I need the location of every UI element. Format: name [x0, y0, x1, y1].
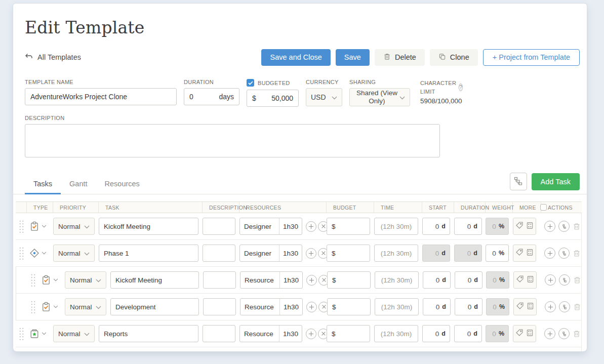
weight-input[interactable]: 0 %: [486, 271, 509, 289]
more-options[interactable]: [513, 325, 536, 342]
resource-select[interactable]: Designer: [240, 218, 279, 234]
duration-input[interactable]: 0 d: [454, 218, 482, 235]
tab-resources[interactable]: Resources: [96, 176, 148, 194]
task-description-input[interactable]: [208, 303, 231, 311]
delete-row-icon[interactable]: [573, 249, 581, 258]
start-input[interactable]: 0 d: [422, 325, 450, 342]
add-task-button[interactable]: Add Task: [532, 173, 580, 190]
time-input[interactable]: [380, 276, 414, 284]
add-row-icon[interactable]: [545, 274, 556, 286]
task-name-input[interactable]: [104, 330, 193, 338]
drag-handle[interactable]: [30, 300, 36, 314]
subtask-icon[interactable]: [558, 328, 570, 339]
subtask-icon[interactable]: [558, 248, 570, 259]
currency-select[interactable]: USD: [306, 88, 342, 106]
drag-handle[interactable]: [30, 273, 36, 287]
type-cell[interactable]: [27, 320, 53, 347]
budget-input[interactable]: [338, 250, 365, 257]
resource-time-input[interactable]: 1h30: [279, 218, 302, 234]
resource-time-input[interactable]: 1h30: [279, 245, 302, 261]
delete-row-icon[interactable]: [573, 330, 581, 338]
duration-input[interactable]: 0 d: [455, 271, 482, 289]
duration-input[interactable]: 0 d: [454, 245, 482, 262]
type-cell[interactable]: [38, 294, 65, 320]
description-textarea[interactable]: [25, 124, 440, 157]
resource-time-input[interactable]: 1h30: [279, 326, 302, 342]
start-input[interactable]: 0 d: [423, 298, 451, 315]
budgeted-checkbox[interactable]: [247, 79, 254, 87]
time-input[interactable]: [380, 303, 414, 311]
task-description-input[interactable]: [208, 250, 230, 257]
subtask-icon[interactable]: [559, 301, 570, 312]
add-resource-icon[interactable]: [306, 248, 316, 259]
delete-button[interactable]: Delete: [375, 49, 425, 66]
more-options[interactable]: [513, 218, 536, 235]
delete-row-icon[interactable]: [573, 303, 581, 311]
duration-input[interactable]: 0 d: [454, 325, 482, 342]
template-name-input[interactable]: [30, 93, 171, 101]
type-cell[interactable]: [27, 213, 53, 239]
start-input[interactable]: 0 d: [422, 218, 450, 235]
resource-select[interactable]: Resource: [240, 272, 280, 288]
task-name-input[interactable]: [115, 276, 194, 284]
delete-row-icon[interactable]: [573, 222, 581, 231]
time-input[interactable]: [379, 223, 413, 230]
more-options[interactable]: [513, 271, 537, 289]
drag-handle[interactable]: [19, 220, 24, 233]
add-row-icon[interactable]: [544, 248, 555, 259]
outline-view-button[interactable]: [510, 173, 527, 190]
priority-select[interactable]: Normal: [65, 271, 106, 289]
save-and-close-button[interactable]: Save and Close: [261, 49, 330, 66]
budget-input[interactable]: [339, 303, 366, 311]
tab-gantt[interactable]: Gantt: [61, 176, 96, 194]
task-name-input[interactable]: [104, 223, 193, 230]
time-input[interactable]: [379, 250, 413, 257]
start-input[interactable]: 0 d: [422, 245, 450, 262]
duration-input[interactable]: 0 d: [455, 298, 482, 315]
budget-input[interactable]: [339, 276, 366, 284]
sharing-select[interactable]: Shared (View Only): [349, 88, 410, 106]
clone-button[interactable]: Clone: [430, 49, 478, 66]
weight-input[interactable]: 0 %: [486, 218, 509, 235]
add-row-icon[interactable]: [545, 301, 556, 312]
subtask-icon[interactable]: [558, 221, 570, 232]
delete-row-icon[interactable]: [573, 276, 581, 285]
add-resource-icon[interactable]: [306, 329, 316, 339]
add-resource-icon[interactable]: [306, 302, 317, 312]
help-icon[interactable]: ?: [459, 84, 463, 91]
tab-tasks[interactable]: Tasks: [25, 176, 61, 194]
resource-select[interactable]: Designer: [240, 245, 279, 261]
type-cell[interactable]: [27, 240, 53, 266]
task-description-input[interactable]: [208, 330, 230, 338]
resource-select[interactable]: Resource: [240, 299, 280, 315]
resource-select[interactable]: Resource: [240, 326, 279, 342]
all-templates-link[interactable]: All Templates: [25, 53, 81, 62]
weight-input[interactable]: 0 %: [486, 325, 509, 342]
budget-amount[interactable]: 50,000: [271, 94, 293, 102]
weight-input[interactable]: 0 %: [486, 245, 509, 262]
task-description-input[interactable]: [208, 276, 231, 284]
task-description-input[interactable]: [208, 223, 230, 230]
resource-time-input[interactable]: 1h30: [280, 299, 302, 315]
priority-select[interactable]: Normal: [53, 245, 95, 262]
task-name-input[interactable]: [104, 250, 193, 257]
add-row-icon[interactable]: [544, 221, 555, 232]
priority-select[interactable]: Normal: [53, 325, 95, 342]
add-row-icon[interactable]: [544, 328, 555, 339]
weight-input[interactable]: 0 %: [486, 298, 509, 315]
time-input[interactable]: [379, 330, 413, 338]
add-resource-icon[interactable]: [306, 221, 316, 232]
more-options[interactable]: [513, 245, 536, 262]
type-cell[interactable]: [38, 267, 65, 293]
type-cell[interactable]: [27, 347, 53, 352]
project-from-template-button[interactable]: + Project from Template: [483, 49, 580, 66]
subtask-icon[interactable]: [559, 274, 570, 286]
budget-input[interactable]: [338, 223, 365, 230]
drag-handle[interactable]: [19, 327, 24, 341]
priority-select[interactable]: Normal: [53, 218, 95, 235]
save-button[interactable]: Save: [336, 49, 370, 66]
drag-handle[interactable]: [19, 247, 24, 260]
budget-input[interactable]: [338, 330, 365, 338]
resource-time-input[interactable]: 1h30: [280, 272, 302, 288]
start-input[interactable]: 0 d: [423, 271, 451, 289]
